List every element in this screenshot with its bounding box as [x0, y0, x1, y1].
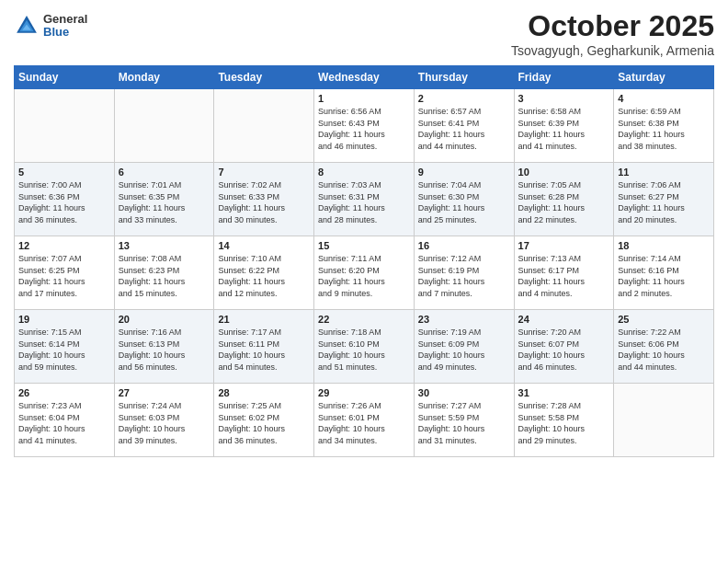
- logo-text: General Blue: [43, 13, 87, 40]
- day-number: 7: [218, 167, 310, 178]
- calendar-body: 1Sunrise: 6:56 AMSunset: 6:43 PMDaylight…: [15, 89, 714, 457]
- day-number: 18: [618, 240, 710, 251]
- header: General Blue October 2025 Tsovagyugh, Ge…: [14, 9, 714, 58]
- week-row-5: 26Sunrise: 7:23 AMSunset: 6:04 PMDayligh…: [15, 384, 714, 457]
- calendar-cell: 4Sunrise: 6:59 AMSunset: 6:38 PMDaylight…: [614, 89, 714, 163]
- day-number: 4: [618, 93, 710, 104]
- page-subtitle: Tsovagyugh, Gegharkunik, Armenia: [511, 43, 714, 58]
- day-info: Sunrise: 7:19 AMSunset: 6:09 PMDaylight:…: [418, 327, 510, 373]
- day-info: Sunrise: 7:06 AMSunset: 6:27 PMDaylight:…: [618, 179, 710, 225]
- calendar-cell: 17Sunrise: 7:13 AMSunset: 6:17 PMDayligh…: [514, 236, 614, 310]
- day-number: 27: [119, 387, 210, 398]
- day-number: 12: [18, 240, 110, 251]
- day-number: 19: [18, 314, 110, 325]
- day-number: 29: [318, 387, 410, 398]
- calendar-cell: 13Sunrise: 7:08 AMSunset: 6:23 PMDayligh…: [114, 236, 214, 310]
- calendar-cell: 25Sunrise: 7:22 AMSunset: 6:06 PMDayligh…: [614, 310, 714, 384]
- day-info: Sunrise: 7:12 AMSunset: 6:19 PMDaylight:…: [418, 253, 510, 299]
- day-info: Sunrise: 7:07 AMSunset: 6:25 PMDaylight:…: [18, 253, 110, 299]
- day-info: Sunrise: 7:10 AMSunset: 6:22 PMDaylight:…: [218, 253, 310, 299]
- calendar-cell: 20Sunrise: 7:16 AMSunset: 6:13 PMDayligh…: [114, 310, 214, 384]
- col-header-sunday: Sunday: [15, 66, 115, 89]
- calendar-cell: 7Sunrise: 7:02 AMSunset: 6:33 PMDaylight…: [214, 163, 314, 236]
- calendar-cell: 22Sunrise: 7:18 AMSunset: 6:10 PMDayligh…: [314, 310, 415, 384]
- day-number: 8: [318, 167, 410, 178]
- col-header-friday: Friday: [514, 66, 614, 89]
- calendar-cell: 28Sunrise: 7:25 AMSunset: 6:02 PMDayligh…: [214, 384, 314, 457]
- day-number: 23: [418, 314, 510, 325]
- day-number: 13: [119, 240, 210, 251]
- day-info: Sunrise: 7:02 AMSunset: 6:33 PMDaylight:…: [218, 179, 310, 225]
- header-row: SundayMondayTuesdayWednesdayThursdayFrid…: [15, 66, 714, 89]
- day-number: 26: [18, 387, 110, 398]
- day-info: Sunrise: 7:15 AMSunset: 6:14 PMDaylight:…: [18, 327, 110, 373]
- day-number: 31: [518, 387, 610, 398]
- day-number: 22: [318, 314, 410, 325]
- day-info: Sunrise: 7:16 AMSunset: 6:13 PMDaylight:…: [119, 327, 210, 373]
- calendar-cell: [214, 89, 314, 163]
- col-header-thursday: Thursday: [414, 66, 514, 89]
- calendar-cell: 31Sunrise: 7:28 AMSunset: 5:58 PMDayligh…: [514, 384, 614, 457]
- calendar-cell: 1Sunrise: 6:56 AMSunset: 6:43 PMDaylight…: [314, 89, 415, 163]
- col-header-saturday: Saturday: [614, 66, 714, 89]
- day-number: 20: [119, 314, 210, 325]
- day-info: Sunrise: 7:03 AMSunset: 6:31 PMDaylight:…: [318, 179, 410, 225]
- calendar-cell: 30Sunrise: 7:27 AMSunset: 5:59 PMDayligh…: [414, 384, 514, 457]
- day-number: 24: [518, 314, 610, 325]
- calendar-cell: 2Sunrise: 6:57 AMSunset: 6:41 PMDaylight…: [414, 89, 514, 163]
- calendar-cell: 16Sunrise: 7:12 AMSunset: 6:19 PMDayligh…: [414, 236, 514, 310]
- day-number: 9: [418, 167, 510, 178]
- col-header-monday: Monday: [114, 66, 214, 89]
- page-title: October 2025: [511, 9, 714, 43]
- day-number: 3: [518, 93, 610, 104]
- calendar-cell: 19Sunrise: 7:15 AMSunset: 6:14 PMDayligh…: [15, 310, 115, 384]
- calendar-header: SundayMondayTuesdayWednesdayThursdayFrid…: [15, 66, 714, 89]
- day-number: 11: [618, 167, 710, 178]
- title-block: October 2025 Tsovagyugh, Gegharkunik, Ar…: [511, 9, 714, 58]
- day-number: 15: [318, 240, 410, 251]
- calendar-cell: [15, 89, 115, 163]
- calendar-cell: 15Sunrise: 7:11 AMSunset: 6:20 PMDayligh…: [314, 236, 415, 310]
- day-number: 16: [418, 240, 510, 251]
- calendar-cell: 10Sunrise: 7:05 AMSunset: 6:28 PMDayligh…: [514, 163, 614, 236]
- week-row-3: 12Sunrise: 7:07 AMSunset: 6:25 PMDayligh…: [15, 236, 714, 310]
- week-row-4: 19Sunrise: 7:15 AMSunset: 6:14 PMDayligh…: [15, 310, 714, 384]
- day-info: Sunrise: 7:28 AMSunset: 5:58 PMDaylight:…: [518, 400, 610, 446]
- day-number: 1: [318, 93, 410, 104]
- day-info: Sunrise: 7:00 AMSunset: 6:36 PMDaylight:…: [18, 179, 110, 225]
- day-info: Sunrise: 7:24 AMSunset: 6:03 PMDaylight:…: [119, 400, 210, 446]
- day-info: Sunrise: 6:59 AMSunset: 6:38 PMDaylight:…: [618, 106, 710, 152]
- week-row-1: 1Sunrise: 6:56 AMSunset: 6:43 PMDaylight…: [15, 89, 714, 163]
- calendar-cell: 29Sunrise: 7:26 AMSunset: 6:01 PMDayligh…: [314, 384, 415, 457]
- day-number: 21: [218, 314, 310, 325]
- calendar-table: SundayMondayTuesdayWednesdayThursdayFrid…: [14, 65, 714, 457]
- calendar-cell: 3Sunrise: 6:58 AMSunset: 6:39 PMDaylight…: [514, 89, 614, 163]
- col-header-tuesday: Tuesday: [214, 66, 314, 89]
- calendar-cell: 11Sunrise: 7:06 AMSunset: 6:27 PMDayligh…: [614, 163, 714, 236]
- day-number: 30: [418, 387, 510, 398]
- day-number: 17: [518, 240, 610, 251]
- day-info: Sunrise: 7:18 AMSunset: 6:10 PMDaylight:…: [318, 327, 410, 373]
- calendar-cell: 8Sunrise: 7:03 AMSunset: 6:31 PMDaylight…: [314, 163, 415, 236]
- day-info: Sunrise: 7:14 AMSunset: 6:16 PMDaylight:…: [618, 253, 710, 299]
- week-row-2: 5Sunrise: 7:00 AMSunset: 6:36 PMDaylight…: [15, 163, 714, 236]
- calendar-cell: 5Sunrise: 7:00 AMSunset: 6:36 PMDaylight…: [15, 163, 115, 236]
- day-info: Sunrise: 7:20 AMSunset: 6:07 PMDaylight:…: [518, 327, 610, 373]
- calendar-cell: 21Sunrise: 7:17 AMSunset: 6:11 PMDayligh…: [214, 310, 314, 384]
- day-info: Sunrise: 7:23 AMSunset: 6:04 PMDaylight:…: [18, 400, 110, 446]
- calendar-cell: [114, 89, 214, 163]
- logo-blue: Blue: [43, 26, 87, 39]
- day-info: Sunrise: 7:05 AMSunset: 6:28 PMDaylight:…: [518, 179, 610, 225]
- day-info: Sunrise: 7:27 AMSunset: 5:59 PMDaylight:…: [418, 400, 510, 446]
- calendar-cell: 27Sunrise: 7:24 AMSunset: 6:03 PMDayligh…: [114, 384, 214, 457]
- day-info: Sunrise: 7:13 AMSunset: 6:17 PMDaylight:…: [518, 253, 610, 299]
- logo-icon: [14, 13, 40, 39]
- day-number: 5: [18, 167, 110, 178]
- day-info: Sunrise: 6:57 AMSunset: 6:41 PMDaylight:…: [418, 106, 510, 152]
- logo: General Blue: [14, 13, 87, 40]
- page: General Blue October 2025 Tsovagyugh, Ge…: [0, 0, 728, 563]
- day-info: Sunrise: 7:17 AMSunset: 6:11 PMDaylight:…: [218, 327, 310, 373]
- calendar-cell: 23Sunrise: 7:19 AMSunset: 6:09 PMDayligh…: [414, 310, 514, 384]
- calendar-cell: 24Sunrise: 7:20 AMSunset: 6:07 PMDayligh…: [514, 310, 614, 384]
- day-info: Sunrise: 7:25 AMSunset: 6:02 PMDaylight:…: [218, 400, 310, 446]
